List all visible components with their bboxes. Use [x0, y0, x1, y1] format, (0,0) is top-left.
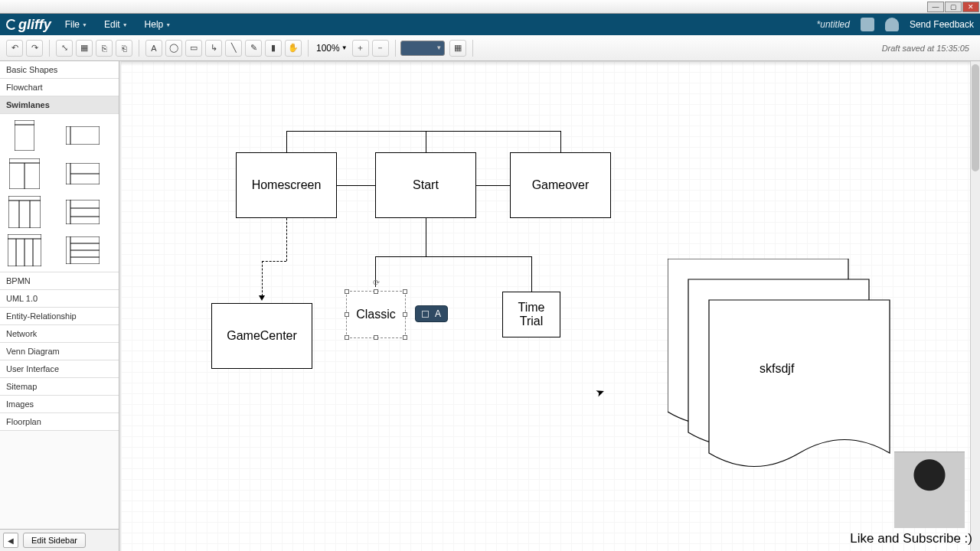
user-icon[interactable] [885, 18, 899, 31]
webcam-overlay [894, 452, 965, 528]
node-timetrial[interactable]: Time Trial [502, 292, 560, 337]
diagram-canvas[interactable]: Homescreen Start Gameover GameCenter ⟳ C… [121, 61, 980, 551]
menu-help[interactable]: Help▼ [145, 19, 172, 30]
shape-lane-h2[interactable] [64, 158, 101, 189]
undo-button[interactable]: ↶ [6, 40, 23, 57]
ellipse-tool[interactable]: ◯ [165, 40, 182, 57]
cursor-icon: ➤ [594, 384, 607, 399]
node-gameover[interactable]: Gameover [510, 152, 611, 218]
resize-handle[interactable] [345, 335, 349, 340]
swimlane-shapes-palette [0, 114, 120, 272]
window-titlebar: — ▢ ✕ [0, 0, 980, 14]
pill-text-icon: A [435, 308, 441, 319]
maximize-button[interactable]: ▢ [945, 2, 962, 12]
send-feedback-link[interactable]: Send Feedback [910, 19, 974, 30]
share-icon[interactable] [861, 18, 874, 31]
pill-shape-icon [422, 311, 429, 318]
shapes-sidebar: Basic Shapes Flowchart Swimlanes BPMN UM… [0, 61, 121, 551]
resize-handle[interactable] [345, 312, 349, 317]
shape-lane-v2[interactable] [6, 158, 43, 189]
app-logo: gliffy [6, 17, 51, 33]
zoom-level[interactable]: 100%▼ [316, 43, 348, 54]
sidebar-cat-swimlanes[interactable]: Swimlanes [0, 96, 120, 114]
node-document-label: skfsdjf [760, 362, 794, 376]
sidebar-cat-er[interactable]: Entity-Relationship [0, 308, 120, 325]
copy-button[interactable]: ⎘ [96, 40, 113, 57]
sidebar-collapse-button[interactable]: ◀ [3, 533, 18, 548]
resize-handle[interactable] [403, 335, 407, 340]
shape-lane-h3[interactable] [64, 197, 101, 227]
resize-handle[interactable] [374, 335, 378, 340]
node-gamecenter[interactable]: GameCenter [211, 303, 312, 369]
svg-rect-14 [66, 200, 100, 224]
close-button[interactable]: ✕ [962, 2, 979, 12]
connector-tool[interactable]: ↳ [205, 40, 222, 57]
resize-handle[interactable] [403, 289, 407, 294]
footer-cta: Like and Subscribe :) [850, 531, 972, 546]
text-tool[interactable]: A [145, 40, 162, 57]
toolbar: ↶ ↷ ⤡ ▦ ⎘ ⎗ A ◯ ▭ ↳ ╲ ✎ ▮ ✋ 100%▼ ＋ － ▦ … [0, 35, 980, 61]
line-tool[interactable]: ╲ [225, 40, 242, 57]
sidebar-cat-network[interactable]: Network [0, 325, 120, 343]
hand-tool[interactable]: ✋ [285, 40, 302, 57]
menu-edit[interactable]: Edit▼ [104, 19, 128, 30]
node-classic[interactable]: ⟳ Classic [346, 291, 406, 338]
pointer-tool[interactable]: ▮ [265, 40, 282, 57]
zoom-out-button[interactable]: － [372, 40, 389, 57]
resize-handle[interactable] [403, 312, 407, 317]
canvas-scrollbar[interactable] [970, 61, 980, 551]
node-start[interactable]: Start [375, 152, 476, 218]
rotate-handle-icon[interactable]: ⟳ [373, 278, 380, 288]
zoom-in-button[interactable]: ＋ [352, 40, 369, 57]
shape-lane-v1[interactable] [6, 120, 43, 151]
sidebar-cat-floorplan[interactable]: Floorplan [0, 413, 120, 431]
minimize-button[interactable]: — [927, 2, 944, 12]
rectangle-tool[interactable]: ▭ [185, 40, 202, 57]
menubar: gliffy File▼ Edit▼ Help▼ *untitled Send … [0, 14, 980, 35]
ungroup-button[interactable]: ⤡ [56, 40, 73, 57]
resize-handle[interactable] [345, 289, 349, 294]
shape-lane-h4[interactable] [64, 235, 101, 266]
document-title: *untitled [817, 19, 850, 30]
sidebar-cat-ui[interactable]: User Interface [0, 360, 120, 378]
sidebar-cat-venn[interactable]: Venn Diagram [0, 343, 120, 360]
theme-button[interactable]: ▦ [449, 40, 466, 57]
edit-sidebar-button[interactable]: Edit Sidebar [23, 533, 86, 548]
sidebar-cat-sitemap[interactable]: Sitemap [0, 378, 120, 396]
pencil-tool[interactable]: ✎ [245, 40, 262, 57]
menu-file[interactable]: File▼ [65, 19, 87, 30]
shape-lane-h1[interactable] [64, 120, 101, 151]
shape-lane-v3[interactable] [6, 197, 43, 227]
group-button[interactable]: ▦ [76, 40, 93, 57]
sidebar-cat-flowchart[interactable]: Flowchart [0, 79, 120, 96]
paste-button[interactable]: ⎗ [116, 40, 132, 57]
redo-button[interactable]: ↷ [26, 40, 43, 57]
shape-lane-v4[interactable] [6, 235, 43, 266]
sidebar-cat-images[interactable]: Images [0, 396, 120, 413]
node-homescreen[interactable]: Homescreen [236, 152, 337, 218]
sidebar-cat-bpmn[interactable]: BPMN [0, 272, 120, 290]
fill-color-picker[interactable] [400, 41, 445, 56]
svg-rect-2 [66, 126, 100, 145]
sidebar-cat-uml[interactable]: UML 1.0 [0, 290, 120, 308]
sidebar-cat-basic-shapes[interactable]: Basic Shapes [0, 61, 120, 79]
save-status: Draft saved at 15:35:05 [882, 44, 975, 53]
context-pill[interactable]: A [415, 305, 448, 322]
resize-handle[interactable] [374, 289, 378, 294]
